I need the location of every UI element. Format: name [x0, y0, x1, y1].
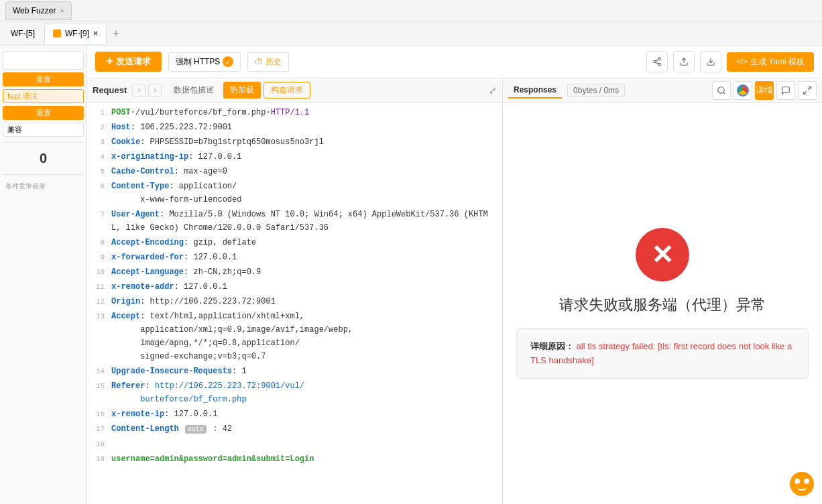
chrome-icon — [737, 84, 749, 97]
code-line-10: 10 Accept-Language: zh-CN,zh;q=0.9 — [87, 265, 502, 279]
detail-btn[interactable]: 详情 — [755, 81, 774, 100]
code-line-7: 7 User-Agent: Mozilla/5.0 (Windows NT 10… — [87, 207, 502, 235]
response-expand-btn[interactable] — [798, 81, 817, 100]
search-response-btn[interactable] — [712, 81, 731, 100]
split-pane: Request ‹ › 数据包描述 热加载 构造请求 ⤢ 1 POST·/vul — [87, 78, 822, 504]
code-line-12: 12 Origin: http://106.225.223.72:9001 — [87, 294, 502, 309]
sidebar-divider — [3, 142, 84, 143]
sidebar: 重置 fuzz 语法 重置 兼容 0 条件竞争或者 — [0, 46, 87, 504]
code-line-6: 6 Content-Type: application/ x-www-form-… — [87, 179, 502, 207]
code-editor[interactable]: 1 POST·/vul/burteforce/bf_form.php·HTTP/… — [87, 103, 502, 504]
sidebar-divider-2 — [3, 174, 84, 175]
responses-tab[interactable]: Responses — [508, 82, 562, 99]
sidebar-input[interactable] — [3, 51, 84, 70]
tab-wf5[interactable]: WF-[5] — [3, 23, 43, 44]
code-line-5: 5 Cache-Control: max-age=0 — [87, 164, 502, 179]
error-detail-box: 详细原因： all tls strategy failed: [tls: fir… — [516, 328, 809, 379]
request-panel-tabs: Request ‹ › 数据包描述 热加载 构造请求 ⤢ — [87, 78, 502, 103]
share-btn[interactable] — [646, 51, 668, 72]
svg-point-1 — [654, 60, 656, 63]
reset-btn[interactable]: 重置 — [3, 72, 84, 86]
code-line-17: 17 Content-Length auto : 42 — [87, 422, 502, 437]
mascot — [790, 472, 817, 499]
force-https-btn[interactable]: 强制 HTTPS ✓ — [168, 52, 241, 72]
nav-next-btn[interactable]: › — [148, 84, 162, 97]
tab-packet-desc[interactable]: 数据包描述 — [167, 82, 221, 99]
reset-btn-2[interactable]: 重置 — [3, 106, 84, 120]
request-panel: Request ‹ › 数据包描述 热加载 构造请求 ⤢ 1 POST·/vul — [87, 78, 503, 504]
send-request-btn[interactable]: ✈ 发送请求 — [95, 52, 162, 72]
error-title: 请求失败或服务端（代理）异常 — [559, 295, 766, 315]
tab-hot-load[interactable]: 热加载 — [223, 82, 261, 99]
code-line-2: 2 Host: 106.225.223.72:9001 — [87, 120, 502, 135]
code-line-8: 8 Accept-Encoding: gzip, deflate — [87, 235, 502, 250]
code-line-16: 16 x-remote-ip: 127.0.0.1 — [87, 407, 502, 422]
code-line-3: 3 Cookie: PHPSESSID=b7bg1strptq650mosus5… — [87, 135, 502, 149]
app-close-btn[interactable]: × — [60, 7, 64, 15]
error-x-mark: ✕ — [651, 241, 674, 268]
svg-line-9 — [808, 86, 811, 89]
code-line-14: 14 Upgrade-Insecure-Requests: 1 — [87, 364, 502, 379]
content-area: ✈ 发送请求 强制 HTTPS ✓ ⏱ 历史 </> 生成 Yaml 模板 — [87, 46, 822, 504]
yaml-btn[interactable]: </> 生成 Yaml 模板 — [727, 52, 814, 72]
toolbar-right: </> 生成 Yaml 模板 — [646, 51, 814, 72]
add-tab-btn[interactable]: + — [108, 25, 124, 42]
svg-line-8 — [723, 92, 725, 94]
sidebar-footer: 条件竞争或者 — [3, 180, 84, 192]
error-icon-circle: ✕ — [636, 228, 689, 281]
app-title-tab[interactable]: Web Fuzzer × — [5, 1, 72, 20]
download-btn[interactable] — [700, 51, 721, 72]
response-tabs: Responses 0bytes / 0ms 详情 — [503, 78, 822, 103]
tab-wf5-label: WF-[5] — [11, 29, 35, 38]
code-line-9: 9 x-forwarded-for: 127.0.0.1 — [87, 250, 502, 265]
main-layout: 重置 fuzz 语法 重置 兼容 0 条件竞争或者 ✈ 发送请求 强制 HTTP… — [0, 46, 822, 504]
response-icons: 详情 — [712, 81, 817, 100]
code-line-4: 4 x-originating-ip: 127.0.0.1 — [87, 149, 502, 164]
mascot-left-eye — [795, 479, 800, 484]
tab-wf9-icon — [53, 29, 61, 38]
app-title-label: Web Fuzzer — [13, 6, 56, 15]
error-detail-text: 详细原因： all tls strategy failed: [tls: fir… — [530, 340, 795, 368]
request-nav: ‹ › — [132, 84, 162, 97]
code-line-15: 15 Referer: http://106.225.223.72:9001/v… — [87, 379, 502, 407]
svg-line-10 — [804, 91, 807, 94]
svg-point-2 — [658, 63, 661, 66]
tab-wf9[interactable]: WF-[9] × — [44, 23, 107, 44]
comment-btn[interactable] — [776, 81, 795, 100]
request-tab-label: Request — [93, 85, 127, 95]
error-detail-label: 详细原因： — [530, 341, 574, 351]
svg-line-4 — [656, 60, 658, 61]
compat-btn[interactable]: 兼容 — [3, 123, 84, 137]
svg-point-0 — [658, 58, 661, 60]
https-check-icon: ✓ — [223, 56, 233, 67]
sidebar-count: 0 — [3, 148, 84, 169]
upload-btn[interactable] — [673, 51, 695, 72]
code-line-1: 1 POST·/vul/burteforce/bf_form.php·HTTP/… — [87, 105, 502, 120]
history-btn[interactable]: ⏱ 历史 — [247, 52, 288, 72]
request-expand-btn[interactable]: ⤢ — [489, 85, 497, 96]
response-stats: 0bytes / 0ms — [567, 84, 625, 97]
title-bar: Web Fuzzer × — [0, 0, 822, 21]
fuzz-syntax-btn[interactable]: fuzz 语法 — [3, 89, 84, 103]
tab-construct-req[interactable]: 构造请求 — [263, 82, 310, 99]
error-display: ✕ 请求失败或服务端（代理）异常 详细原因： all tls strategy … — [503, 103, 822, 504]
code-line-18: 18 — [87, 437, 502, 452]
code-line-19: 19 username=admin&password=admin&submit=… — [87, 452, 502, 466]
chrome-render-btn[interactable] — [733, 81, 752, 100]
svg-point-7 — [718, 86, 724, 92]
force-https-label: 强制 HTTPS — [176, 56, 221, 68]
code-line-11: 11 x-remote-addr: 127.0.0.1 — [87, 279, 502, 294]
response-panel: Responses 0bytes / 0ms 详情 — [503, 78, 822, 504]
tab-bar: WF-[5] WF-[9] × + — [0, 21, 822, 46]
nav-prev-btn[interactable]: ‹ — [132, 84, 145, 97]
toolbar: ✈ 发送请求 强制 HTTPS ✓ ⏱ 历史 </> 生成 Yaml 模板 — [87, 46, 822, 78]
mascot-mouth — [797, 487, 807, 491]
svg-line-3 — [656, 62, 658, 64]
code-line-13: 13 Accept: text/html,application/xhtml+x… — [87, 309, 502, 364]
tab-wf9-close[interactable]: × — [93, 29, 98, 38]
mascot-right-eye — [804, 479, 809, 484]
tab-wf9-label: WF-[9] — [65, 29, 89, 38]
mascot-body — [790, 472, 814, 496]
